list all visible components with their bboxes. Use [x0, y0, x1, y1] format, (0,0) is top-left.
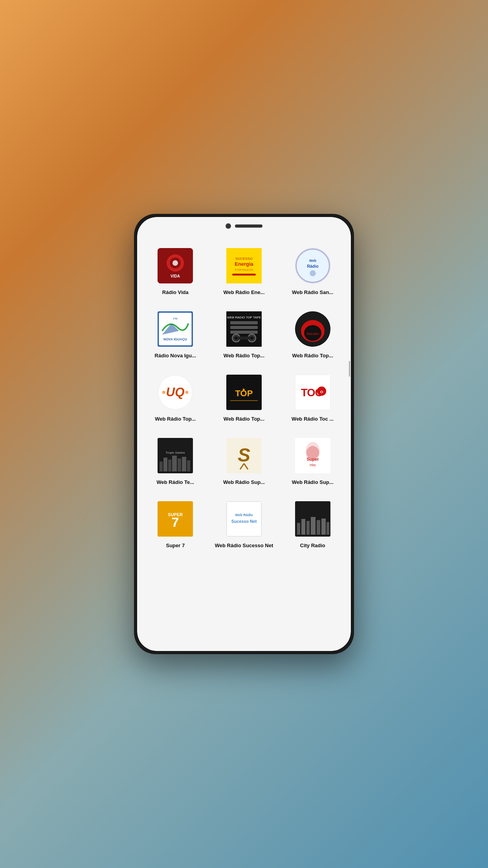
list-item[interactable]: SUCESSO Energia FORTALEZA Web Rádio Ene.…: [210, 241, 279, 304]
list-item[interactable]: City Radio: [278, 494, 347, 557]
svg-rect-47: [172, 456, 177, 471]
svg-point-13: [310, 270, 316, 276]
screen: VIDA Rádio Vida SUCESSO: [137, 217, 351, 651]
svg-text:Rádio: Rádio: [307, 264, 318, 268]
item-label: Web Rádio Toc ...: [292, 416, 334, 423]
list-item[interactable]: NOVA IGUAÇU FM Rádio Nova Igu...: [141, 304, 210, 367]
camera: [226, 223, 231, 229]
svg-rect-38: [230, 400, 258, 401]
svg-rect-72: [321, 519, 326, 535]
svg-text:TOP: TOP: [235, 388, 253, 398]
phone-frame: VIDA Rádio Vida SUCESSO: [134, 214, 354, 654]
list-item[interactable]: Super Hits Web Rádio Sup...: [278, 430, 347, 494]
svg-text:Super: Super: [306, 457, 319, 462]
speaker: [235, 224, 262, 228]
svg-text:FM: FM: [173, 317, 178, 320]
item-label: Web Rádio San...: [292, 289, 333, 296]
scrollbar-indicator: [349, 361, 350, 377]
svg-point-34: [185, 391, 189, 394]
list-item[interactable]: SUPER 7 Super 7: [141, 494, 210, 557]
list-item[interactable]: TOC O Web Rádio Toc ...: [278, 367, 347, 430]
item-label: Web Rádio Top...: [224, 353, 264, 359]
svg-text:FORTALEZA: FORTALEZA: [235, 268, 253, 272]
list-item[interactable]: UQ Web Rádio Top...: [141, 367, 210, 430]
svg-rect-19: [230, 321, 258, 324]
svg-text:Web Rádio: Web Rádio: [235, 513, 253, 517]
item-label: Web Rádio Sup...: [292, 479, 334, 486]
svg-rect-44: [160, 462, 163, 471]
item-label: Web Rádio Top...: [224, 416, 264, 423]
svg-rect-9: [232, 274, 256, 276]
item-label: City Radio: [300, 542, 325, 549]
list-item[interactable]: Web Rádio Web Rádio San...: [278, 241, 347, 304]
svg-rect-21: [230, 331, 258, 334]
item-label: Web Rádio Top...: [155, 416, 196, 423]
svg-rect-20: [230, 326, 258, 329]
item-label: Web Rádio Te...: [157, 479, 194, 486]
list-item[interactable]: Web Rádio Sucesso Net Web Rádio Sucesso …: [210, 494, 279, 557]
list-item[interactable]: WEB RADIO TOP TAPE: [210, 304, 279, 367]
svg-point-25: [250, 337, 253, 340]
svg-text:SUCESSO: SUCESSO: [235, 257, 253, 261]
svg-text:NOVA IGUAÇU: NOVA IGUAÇU: [163, 337, 187, 341]
svg-rect-73: [327, 522, 329, 535]
svg-point-33: [162, 391, 165, 394]
svg-rect-46: [168, 460, 171, 471]
svg-point-24: [235, 337, 238, 340]
list-item[interactable]: VIDA Rádio Vida: [141, 241, 210, 304]
svg-rect-71: [317, 520, 320, 535]
item-label: Web Rádio Ene...: [223, 289, 264, 296]
item-label: Super 7: [166, 542, 185, 549]
svg-rect-67: [297, 523, 300, 535]
svg-rect-45: [163, 458, 167, 471]
item-label: Web Rádio Sucesso Net: [215, 542, 273, 549]
item-label: Web Rádio Sup...: [223, 479, 265, 486]
svg-rect-50: [187, 460, 190, 471]
item-label: Rádio Vida: [162, 289, 189, 296]
svg-point-3: [172, 260, 178, 266]
list-item[interactable]: S Web Rádio Sup...: [210, 430, 279, 494]
svg-text:S: S: [238, 445, 250, 465]
svg-rect-69: [306, 521, 310, 535]
list-item[interactable]: Macako Web Rádio Top...: [278, 304, 347, 367]
svg-text:WEB RADIO TOP TAPE: WEB RADIO TOP TAPE: [227, 316, 261, 319]
list-item[interactable]: ▶ TOP Web Rádio Top...: [210, 367, 279, 430]
svg-text:Hits: Hits: [310, 463, 316, 467]
list-item[interactable]: Tropic Santos Web Rádio Te...: [141, 430, 210, 494]
phone-top-bar: [213, 222, 275, 230]
svg-text:7: 7: [172, 515, 179, 530]
screen-content[interactable]: VIDA Rádio Vida SUCESSO: [137, 237, 351, 651]
item-label: Rádio Nova Igu...: [155, 353, 196, 359]
svg-rect-48: [178, 458, 181, 471]
item-label: Web Rádio Top...: [292, 353, 333, 359]
svg-rect-68: [301, 519, 305, 535]
svg-text:VIDA: VIDA: [171, 274, 180, 278]
svg-text:O: O: [320, 390, 323, 394]
radio-grid: VIDA Rádio Vida SUCESSO: [137, 237, 351, 568]
svg-text:Web: Web: [309, 259, 316, 263]
svg-rect-70: [311, 517, 316, 535]
svg-text:Energia: Energia: [235, 261, 253, 267]
svg-rect-26: [238, 337, 250, 340]
svg-text:UQ: UQ: [166, 385, 185, 399]
svg-text:Sucesso Net: Sucesso Net: [231, 519, 257, 523]
svg-text:Macako: Macako: [306, 332, 319, 336]
svg-text:Tropic Santos: Tropic Santos: [166, 451, 185, 454]
svg-rect-49: [182, 457, 186, 471]
